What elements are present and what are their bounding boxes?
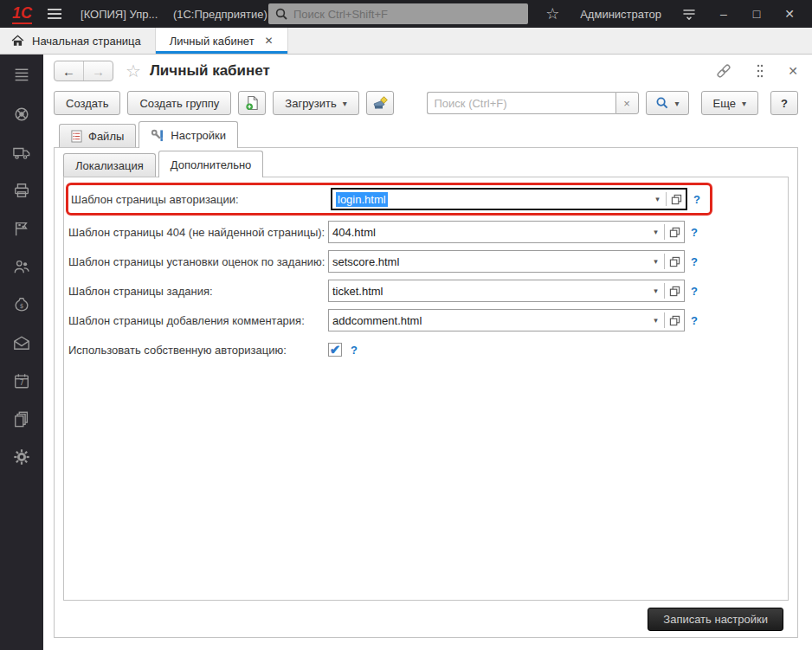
tab-personal-cabinet[interactable]: Личный кабинет ✕ — [156, 28, 288, 54]
search-options-button[interactable]: ▾ — [646, 91, 689, 115]
tabstrip: Начальная страница Личный кабинет ✕ — [0, 28, 812, 55]
field-label: Использовать собственную авторизацию: — [68, 344, 328, 357]
maximize-button[interactable]: □ — [750, 7, 764, 21]
open-icon[interactable] — [665, 280, 684, 301]
forward-button[interactable]: → — [84, 61, 113, 80]
tab-settings[interactable]: Настройки — [139, 121, 238, 148]
global-search-field[interactable] — [268, 3, 528, 24]
window-title-text: [КОПИЯ] Упр... — [81, 8, 158, 21]
mail-icon[interactable] — [8, 333, 35, 352]
help-link[interactable]: ? — [351, 344, 358, 357]
service-menu-icon[interactable] — [680, 5, 698, 23]
help-link[interactable]: ? — [691, 255, 698, 268]
main-menu-icon[interactable] — [48, 9, 61, 19]
window-title: [КОПИЯ] Упр... (1С:Предприятие) — [81, 8, 267, 21]
close-window-button[interactable]: ✕ — [783, 7, 796, 21]
new-file-button[interactable] — [238, 91, 266, 115]
tab-localization[interactable]: Локализация — [63, 153, 156, 177]
users-icon[interactable] — [8, 257, 35, 276]
tab-files-label: Файлы — [88, 130, 124, 143]
tab-home[interactable]: Начальная страница — [0, 28, 156, 54]
dropdown-arrow-icon[interactable]: ▾ — [648, 280, 664, 301]
open-icon[interactable] — [667, 190, 686, 209]
global-search-input[interactable] — [292, 7, 528, 22]
section-tabs: Файлы Настройки — [43, 119, 812, 148]
sidebar-menu-icon[interactable] — [8, 65, 35, 84]
open-icon[interactable] — [665, 222, 684, 242]
create-button[interactable]: Создать — [54, 91, 120, 115]
dropdown-arrow-icon[interactable]: ▾ — [649, 190, 666, 209]
home-icon — [10, 34, 25, 48]
field-label: Шаблон страницы добавления комментария: — [68, 314, 328, 327]
own-authorization-checkbox[interactable]: ✔ — [328, 343, 342, 357]
clear-search-icon[interactable]: × — [615, 92, 639, 114]
field-auth-template: Шаблон страницы авторизации: login.html … — [71, 185, 710, 213]
more-label: Еще — [713, 97, 736, 110]
auth-template-input[interactable]: login.html ▾ — [331, 188, 687, 210]
documents-icon[interactable] — [8, 409, 35, 428]
field-label: Шаблон страницы задания: — [68, 285, 328, 298]
flag-icon[interactable] — [8, 219, 35, 238]
1c-logo: 1С — [12, 4, 32, 24]
setscore-template-input[interactable]: setscore.html ▾ — [328, 250, 685, 273]
help-link[interactable]: ? — [691, 226, 698, 239]
list-search: × — [427, 92, 639, 114]
field-setscore-template: Шаблон страницы установки оценок по зада… — [68, 247, 788, 276]
open-icon[interactable] — [665, 310, 684, 331]
dropdown-arrow-icon[interactable]: ▾ — [648, 251, 664, 272]
gear-icon[interactable] — [8, 447, 35, 467]
ticket-template-input[interactable]: ticket.html ▾ — [328, 280, 685, 302]
tab-localization-label: Локализация — [75, 159, 144, 172]
tab-additional-label: Дополнительно — [171, 158, 252, 171]
field-label: Шаблон страницы установки оценок по зада… — [68, 255, 328, 268]
help-link[interactable]: ? — [691, 314, 698, 327]
dropdown-arrow-icon[interactable]: ▾ — [648, 310, 664, 331]
addcomment-template-input[interactable]: addcomment.html ▾ — [328, 309, 685, 331]
close-form-button[interactable]: ✕ — [788, 64, 798, 78]
favorite-star-icon[interactable]: ☆ — [126, 61, 141, 81]
files-tab-icon — [71, 130, 82, 143]
field-ticket-template: Шаблон страницы задания: ticket.html ▾ ? — [68, 276, 788, 306]
list-search-input[interactable] — [427, 92, 615, 114]
settings-subtabs: Локализация Дополнительно — [55, 148, 797, 177]
link-icon[interactable] — [715, 62, 732, 80]
help-link[interactable]: ? — [691, 285, 698, 298]
money-bag-icon[interactable]: $ — [8, 295, 35, 314]
chevron-down-icon: ▾ — [343, 99, 347, 108]
upload-button[interactable]: Загрузить ▾ — [273, 91, 358, 115]
help-button[interactable]: ? — [770, 91, 798, 115]
more-button[interactable]: Еще ▾ — [701, 91, 758, 115]
scan-icon — [372, 95, 388, 111]
form-content: ← → ☆ Личный кабинет — [43, 55, 812, 650]
help-link[interactable]: ? — [693, 193, 700, 206]
page-title: Личный кабинет — [150, 62, 270, 80]
calendar-icon[interactable]: 7 — [8, 371, 35, 390]
tab-close-icon[interactable]: ✕ — [265, 35, 274, 47]
more-dots-icon[interactable] — [755, 63, 765, 79]
truck-icon[interactable] — [8, 143, 35, 162]
app-window: 1С [КОПИЯ] Упр... (1С:Предприятие) — [0, 0, 812, 650]
tab-home-label: Начальная страница — [32, 35, 141, 48]
back-button[interactable]: ← — [55, 61, 84, 80]
svg-text:7: 7 — [19, 378, 23, 387]
checkmark-icon: ✔ — [330, 344, 341, 356]
tab-additional[interactable]: Дополнительно — [158, 151, 264, 177]
favorites-icon[interactable]: ☆ — [544, 5, 561, 23]
dropdown-arrow-icon[interactable]: ▾ — [648, 222, 664, 242]
minimize-button[interactable]: – — [717, 7, 731, 21]
field-addcomment-template: Шаблон страницы добавления комментария: … — [68, 306, 788, 335]
404-template-input[interactable]: 404.html ▾ — [328, 221, 685, 243]
titlebar-search-icon — [274, 7, 288, 21]
tab-files[interactable]: Файлы — [59, 124, 136, 148]
target-icon[interactable] — [8, 105, 35, 124]
settings-tab-icon — [151, 129, 164, 142]
create-group-button[interactable]: Создать группу — [127, 91, 231, 115]
tab-label: Личный кабинет — [170, 35, 255, 48]
open-icon[interactable] — [665, 251, 684, 272]
user-name[interactable]: Администратор — [580, 8, 661, 21]
scan-button[interactable] — [366, 91, 394, 115]
save-settings-button[interactable]: Записать настройки — [648, 608, 783, 631]
chevron-down-icon: ▾ — [675, 99, 680, 108]
upload-label: Загрузить — [285, 97, 336, 110]
printer-icon[interactable] — [8, 181, 35, 200]
